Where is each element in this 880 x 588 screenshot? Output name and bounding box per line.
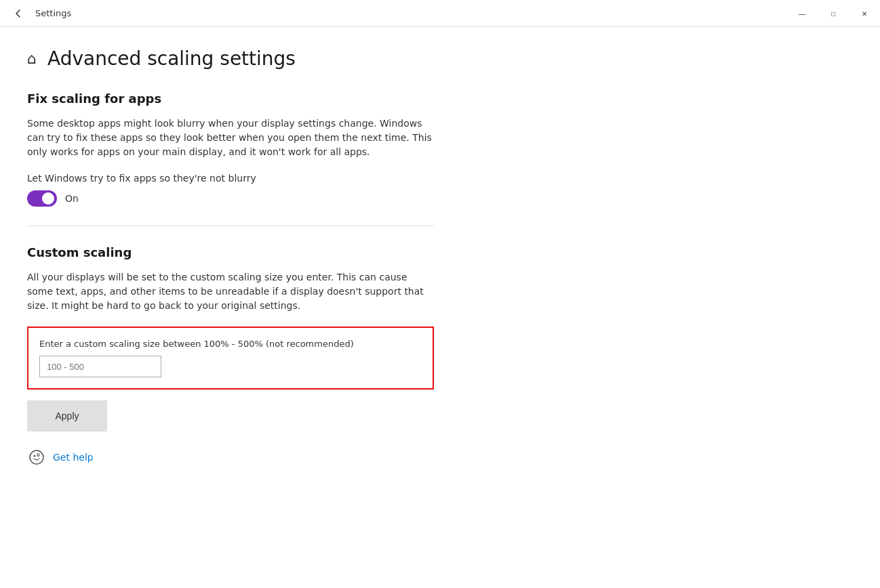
svg-point-0: [30, 450, 43, 464]
apply-button[interactable]: Apply: [27, 400, 107, 432]
page-title: Advanced scaling settings: [47, 47, 296, 70]
fix-scaling-description: Some desktop apps might look blurry when…: [27, 117, 434, 159]
close-button[interactable]: ✕: [849, 0, 880, 27]
page-header: ⌂ Advanced scaling settings: [27, 47, 434, 70]
toggle-state: On: [65, 193, 79, 204]
title-bar: Settings — □ ✕: [0, 0, 880, 27]
fix-scaling-toggle[interactable]: [27, 190, 57, 207]
fix-scaling-title: Fix scaling for apps: [27, 91, 434, 106]
custom-scaling-section: Custom scaling All your displays will be…: [27, 245, 434, 448]
scaling-input-label: Enter a custom scaling size between 100%…: [39, 339, 422, 349]
toggle-track: [27, 190, 57, 207]
fix-scaling-section: Fix scaling for apps Some desktop apps m…: [27, 91, 434, 207]
home-icon: ⌂: [27, 50, 37, 67]
help-icon: [27, 448, 46, 467]
svg-point-1: [34, 455, 36, 457]
maximize-button[interactable]: □: [818, 0, 849, 27]
main-content: ⌂ Advanced scaling settings Fix scaling …: [0, 27, 461, 487]
window-title: Settings: [35, 8, 71, 18]
toggle-thumb: [42, 192, 54, 205]
scaling-input[interactable]: [39, 356, 161, 377]
minimize-button[interactable]: —: [786, 0, 818, 27]
window-controls: — □ ✕: [786, 0, 880, 27]
custom-scaling-title: Custom scaling: [27, 245, 434, 259]
toggle-row: On: [27, 190, 434, 207]
svg-point-2: [37, 454, 39, 457]
get-help-row: Get help: [27, 448, 434, 467]
get-help-link[interactable]: Get help: [53, 452, 94, 463]
section-divider: [27, 226, 434, 226]
custom-scaling-box: Enter a custom scaling size between 100%…: [27, 327, 434, 390]
custom-scaling-description: All your displays will be set to the cus…: [27, 270, 434, 313]
toggle-label: Let Windows try to fix apps so they're n…: [27, 173, 434, 184]
back-button[interactable]: [8, 3, 28, 24]
